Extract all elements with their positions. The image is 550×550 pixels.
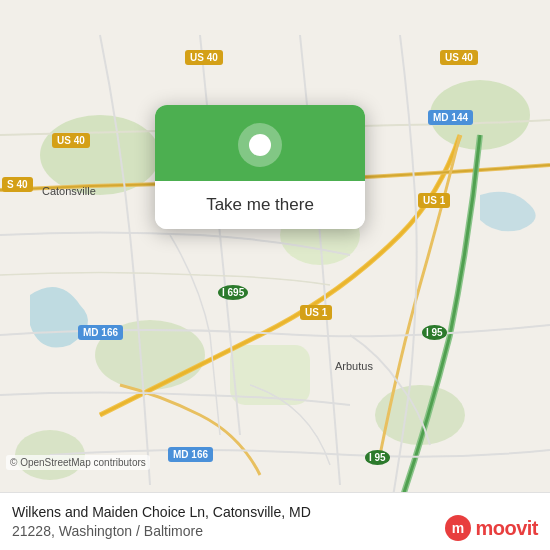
- i95-badge-bot: I 95: [365, 450, 390, 465]
- arbutus-label: Arbutus: [335, 360, 373, 372]
- i695-badge: I 695: [218, 285, 248, 300]
- svg-text:m: m: [452, 520, 464, 536]
- moovit-text: moovit: [475, 517, 538, 540]
- md144-badge: MD 144: [428, 110, 473, 125]
- address-line1: Wilkens and Maiden Choice Ln, Catonsvill…: [12, 503, 311, 523]
- moovit-logo: m moovit: [444, 514, 538, 542]
- location-pin-circle: [238, 123, 282, 167]
- us1-badge-mid: US 1: [300, 305, 332, 320]
- catonsville-label: Catonsville: [42, 185, 96, 197]
- s40-badge: S 40: [2, 177, 33, 192]
- bottom-bar: Wilkens and Maiden Choice Ln, Catonsvill…: [0, 492, 550, 550]
- pin-inner: [249, 134, 271, 156]
- md166-badge-top: MD 166: [78, 325, 123, 340]
- md166-badge-bot: MD 166: [168, 447, 213, 462]
- take-me-there-button[interactable]: Take me there: [155, 181, 365, 229]
- us40-badge-right: US 40: [440, 50, 478, 65]
- i95-badge-top: I 95: [422, 325, 447, 340]
- map-container: Catonsville Arbutus US 40 US 40 US 40 S …: [0, 0, 550, 550]
- us40-badge-left: US 40: [52, 133, 90, 148]
- osm-credit: © OpenStreetMap contributors: [6, 455, 150, 470]
- popup-card: Take me there: [155, 105, 365, 229]
- us1-badge-top: US 1: [418, 193, 450, 208]
- address-line2: 21228, Washington / Baltimore: [12, 522, 311, 542]
- us40-badge-top: US 40: [185, 50, 223, 65]
- popup-header: [155, 105, 365, 181]
